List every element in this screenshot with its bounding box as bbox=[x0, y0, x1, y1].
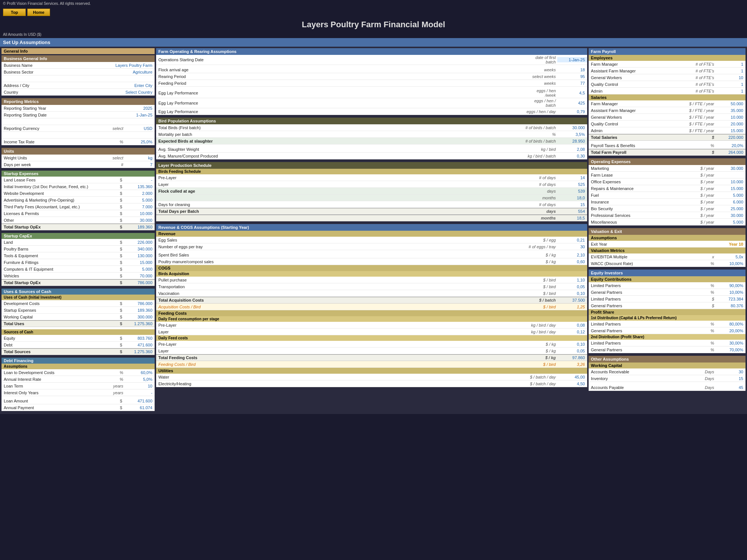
general-workers-salary-value: 10.000 bbox=[716, 115, 746, 120]
revenue-sub-header: Revenue bbox=[156, 231, 587, 237]
layer-days-value: 525 bbox=[557, 182, 587, 187]
total-feeding-costs-value: 97.860 bbox=[557, 355, 587, 360]
fuel-label: Fuel bbox=[589, 193, 682, 198]
general-workers-salary-label: General Workers bbox=[589, 115, 682, 120]
electricity-unit: $ / batch / day bbox=[524, 381, 557, 386]
avg-manure-value: 0,30 bbox=[557, 153, 587, 159]
lp1-dollar-label: Limited Partners bbox=[589, 296, 682, 302]
equity-contributions-header: Equity Contributions bbox=[589, 276, 746, 282]
water-label: Water bbox=[156, 374, 524, 380]
pullet-purchase-value: 1,10 bbox=[557, 277, 587, 283]
pre-layer-feed-value: 0,08 bbox=[557, 323, 587, 328]
mortality-label: Mortality per batch bbox=[156, 132, 524, 137]
feeding-period-value: 77 bbox=[557, 81, 587, 86]
miscellaneous-unit: $ / year bbox=[682, 220, 716, 225]
uses-sources-header: Uses & Sources of Cash bbox=[1, 289, 155, 295]
total-farm-payroll-value: 264.000 bbox=[716, 150, 746, 155]
annual-interest-value: 5,0% bbox=[125, 377, 155, 382]
accounts-payable-unit: Days bbox=[682, 385, 716, 390]
tools-equip-value: 130.000 bbox=[125, 253, 155, 258]
setup-header: Set Up Assumptions bbox=[0, 38, 747, 47]
office-expenses-unit: $ / year bbox=[682, 179, 716, 184]
flock-culled-label: Flock culled at age bbox=[156, 189, 524, 194]
loan-amount-label: Loan Amount bbox=[1, 398, 117, 404]
total-birds-label: Total Birds (First batch) bbox=[156, 125, 524, 130]
feeding-period-unit: weeks bbox=[524, 81, 557, 86]
marketing-label: Marketing bbox=[589, 166, 682, 171]
lp1-dollar-value: 723.384 bbox=[716, 296, 746, 302]
total-uses-value: 1.275.360 bbox=[125, 321, 155, 326]
months-unit-2: months bbox=[524, 215, 557, 221]
furniture-value: 15.000 bbox=[125, 260, 155, 265]
interest-only-years-value: - bbox=[125, 390, 155, 395]
num-eggs-value: 30 bbox=[557, 244, 587, 249]
startup-capex-header: Startup CapEx bbox=[1, 233, 155, 239]
flock-arrival-value: 18 bbox=[557, 67, 587, 72]
total-capex-label: Total Startup OpEx bbox=[1, 280, 117, 285]
total-acq-costs-value: 37.500 bbox=[557, 298, 587, 303]
top-button[interactable]: Top bbox=[3, 9, 26, 16]
quality-control-salary-label: Quality Control bbox=[589, 121, 682, 127]
repairs-maintenance-value: 15.000 bbox=[716, 186, 746, 191]
avg-slaughter-value: 2,08 bbox=[557, 147, 587, 152]
accounts-receivable-unit: Days bbox=[682, 369, 716, 374]
egg-lay-2-label: Egg Lay Performance bbox=[156, 100, 524, 106]
assistant-fte-label: Assistant Farm Manager bbox=[589, 68, 682, 74]
other-assumptions-header: Other Assumptions bbox=[589, 356, 746, 363]
daily-feed-costs-header: Daily Feed costs bbox=[156, 335, 587, 341]
layer-feed-label: Layer bbox=[156, 329, 524, 335]
gp1-pct-unit: % bbox=[682, 290, 716, 295]
egg-sales-label: Egg Sales bbox=[156, 237, 524, 243]
water-value: 45,00 bbox=[557, 374, 587, 380]
total-days-value: 554 bbox=[557, 209, 587, 214]
pre-layer-feed-label: Pre-Layer bbox=[156, 323, 524, 328]
total-farm-payroll-unit: $ bbox=[682, 150, 716, 155]
transportation-unit: $ / bird bbox=[524, 284, 557, 289]
equity-label: Equity bbox=[1, 336, 117, 341]
insurance-value: 6.000 bbox=[716, 199, 746, 205]
loan-term-unit: years bbox=[91, 383, 125, 389]
accounts-receivable-value: 30 bbox=[716, 369, 746, 374]
vehicles-label: Vehicles bbox=[1, 273, 117, 279]
daily-feed-header: Daily Feed consumption per stage bbox=[156, 316, 587, 322]
lp1-pct-unit: % bbox=[682, 283, 716, 288]
pre-layer-feed-unit: kg / bird / day bbox=[524, 323, 557, 328]
assistant-fte-value: 1 bbox=[716, 68, 746, 74]
quality-control-fte-label: Quality Control bbox=[589, 82, 682, 87]
layer-cost-value: 0,05 bbox=[557, 348, 587, 354]
weight-units-unit: select bbox=[91, 155, 125, 161]
ev-ebitda-label: EV/EBITDA Multiple bbox=[589, 254, 682, 259]
weight-units-value: kg bbox=[125, 155, 155, 161]
gp1-dollar-value: 80.376 bbox=[716, 303, 746, 308]
pre-layer-cost-value: 0,10 bbox=[557, 342, 587, 347]
rearing-period-unit: select weeks bbox=[524, 74, 557, 79]
ev-ebitda-value: 5,0x bbox=[716, 254, 746, 259]
total-salaries-label: Total Salaries bbox=[589, 135, 682, 140]
debt-assumptions-header: Assumptions bbox=[1, 364, 155, 369]
total-sources-label: Total Sources bbox=[1, 349, 117, 354]
flock-culled-blank bbox=[156, 197, 524, 198]
pre-layer-cost-label: Pre-Layer bbox=[156, 342, 524, 347]
poultry-manure-label: Poultry manure/compost sales bbox=[156, 259, 524, 264]
repairs-maintenance-unit: $ / year bbox=[682, 186, 716, 191]
feeding-costs-header: Feeding Costs bbox=[156, 310, 587, 316]
op-start-date-label: Operations Starting Date bbox=[156, 57, 524, 62]
total-salaries-unit: $ bbox=[682, 135, 716, 140]
copyright: © Profit Vision Financial Services. All … bbox=[3, 1, 91, 6]
third-party-value: 7.000 bbox=[125, 204, 155, 209]
layer-days-label: Layer bbox=[156, 182, 524, 187]
general-workers-fte-value: 10 bbox=[716, 75, 746, 80]
home-button[interactable]: Home bbox=[27, 9, 50, 16]
farm-mgr-salary-unit: $ / FTE / year bbox=[682, 101, 716, 106]
admin-salary-label: Admin bbox=[589, 128, 682, 133]
bio-security-unit: $ / year bbox=[682, 206, 716, 211]
address-label: Address / City bbox=[1, 83, 95, 88]
land-capex-value: 226.000 bbox=[125, 240, 155, 245]
rep-start-date-value: 1-Jan-25 bbox=[125, 112, 155, 118]
spent-bird-unit: $ / kg bbox=[524, 252, 557, 258]
days-cleaning-value: 15 bbox=[557, 202, 587, 207]
bio-security-value: 25.000 bbox=[716, 206, 746, 211]
miscellaneous-value: 5.000 bbox=[716, 220, 746, 225]
flock-culled-months: 18,0 bbox=[557, 195, 587, 200]
licenses-label: Licenses & Permits bbox=[1, 211, 117, 216]
